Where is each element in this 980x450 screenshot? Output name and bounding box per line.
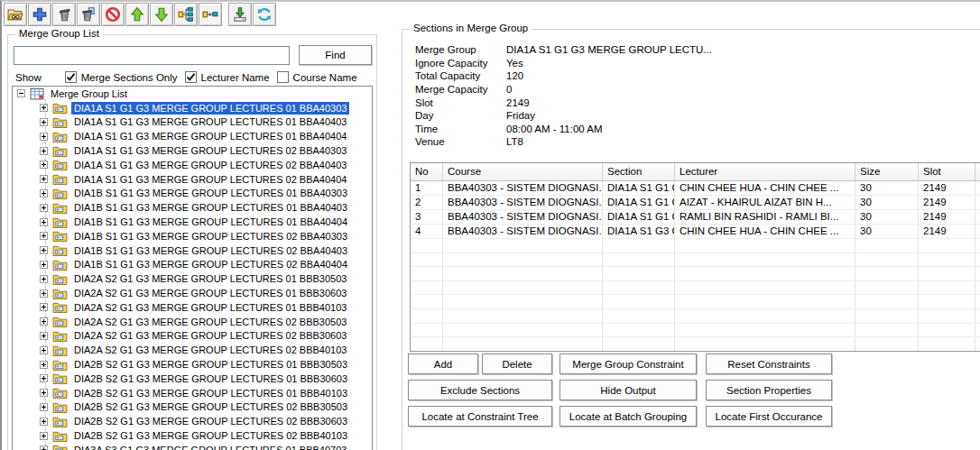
column-header-lecturer[interactable]: Lecturer	[675, 163, 855, 180]
cancel-button[interactable]	[101, 3, 125, 26]
property-row-merge-group: Merge GroupDIA1A S1 G1 G3 MERGE GROUP LE…	[415, 43, 712, 57]
move-up-button[interactable]	[125, 3, 149, 26]
expander-icon[interactable]	[40, 418, 48, 426]
expander-icon[interactable]	[40, 133, 48, 141]
find-button[interactable]: Find	[299, 45, 372, 65]
tree-item-label[interactable]: DIA2B S2 G1 G3 MERGE GROUP LECTURES 02 B…	[71, 429, 350, 442]
table-row[interactable]: 4BBA40303 - SISTEM DIOGNASI...DIA1A S1 G…	[411, 225, 980, 239]
expander-icon[interactable]	[40, 161, 48, 169]
column-header-section[interactable]: Section	[603, 163, 675, 180]
expander-icon[interactable]	[40, 432, 48, 440]
merge-sections-only-checkbox[interactable]	[65, 71, 77, 83]
merge-group-constraint-button[interactable]: Merge Group Constraint	[559, 354, 697, 374]
refresh-button[interactable]	[253, 3, 276, 26]
open-folder-button[interactable]	[4, 3, 27, 26]
delete-all-button[interactable]	[77, 3, 100, 26]
expander-icon[interactable]	[40, 317, 48, 326]
table-row[interactable]: 3BBA40303 - SISTEM DIOGNASI...DIA1A S1 G…	[411, 210, 980, 225]
expander-icon[interactable]	[40, 403, 48, 411]
expander-icon[interactable]	[40, 261, 48, 269]
cell-no	[411, 337, 443, 351]
tree-item-label[interactable]: DIA2A S2 G1 G3 MERGE GROUP LECTURES 01 B…	[71, 287, 349, 299]
expand-tree-button[interactable]	[174, 3, 198, 26]
expander-icon[interactable]	[40, 332, 48, 340]
tree-item-label[interactable]: DIA1A S1 G1 G3 MERGE GROUP LECTURES 01 B…	[71, 115, 349, 128]
merge-group-folder-icon	[52, 330, 68, 342]
course-name-checkbox[interactable]	[277, 71, 289, 83]
table-empty-row	[411, 239, 980, 253]
expander-icon[interactable]	[40, 445, 48, 450]
tree-item-label[interactable]: DIA1B S1 G1 G3 MERGE GROUP LECTURES 02 B…	[71, 244, 350, 257]
property-row-venue: VenueLT8	[415, 135, 712, 149]
column-header-no[interactable]: No	[411, 163, 443, 180]
hide-output-button[interactable]: Hide Output	[559, 380, 697, 400]
expander-icon[interactable]	[40, 275, 48, 283]
tree-item-label[interactable]: DIA1B S1 G1 G3 MERGE GROUP LECTURES 01 B…	[71, 187, 350, 199]
table-row[interactable]: 1BBA40303 - SISTEM DIOGNASI...DIA1A S1 G…	[411, 181, 980, 196]
delete-button[interactable]	[52, 3, 76, 26]
expander-icon[interactable]	[40, 204, 48, 212]
expander-icon[interactable]	[40, 189, 48, 197]
merge-group-tree[interactable]: Merge Group ListDIA1A S1 G1 G3 MERGE GRO…	[12, 86, 373, 450]
tree-item-label[interactable]: DIA1A S1 G1 G3 MERGE GROUP LECTURES 01 B…	[71, 102, 349, 115]
column-header-course[interactable]: Course	[443, 163, 603, 180]
tree-item-label[interactable]: DIA1A S1 G1 G3 MERGE GROUP LECTURES 02 B…	[71, 144, 349, 157]
lecturer-name-checkbox[interactable]	[185, 71, 197, 83]
tree-item-label[interactable]: DIA2B S2 G1 G3 MERGE GROUP LECTURES 01 B…	[71, 387, 350, 399]
table-row[interactable]: 2BBA40303 - SISTEM DIOGNASI...DIA1A S1 G…	[411, 196, 980, 210]
tree-item-label[interactable]: DIA2B S2 G1 G3 MERGE GROUP LECTURES 02 B…	[71, 400, 350, 413]
tree-item-label[interactable]: DIA2A S2 G1 G3 MERGE GROUP LECTURES 02 B…	[71, 316, 349, 328]
arrow-up-icon	[129, 6, 145, 23]
add-button[interactable]	[28, 3, 51, 26]
expander-icon[interactable]	[40, 147, 48, 155]
section-properties-button[interactable]: Section Properties	[706, 380, 832, 400]
locate-at-constraint-tree-button[interactable]: Locate at Constraint Tree	[408, 406, 552, 427]
tree-item-label[interactable]: DIA1B S1 G1 G3 MERGE GROUP LECTURES 01 B…	[71, 201, 350, 214]
search-input[interactable]	[14, 46, 290, 65]
expander-icon[interactable]	[40, 104, 48, 112]
tree-item-label[interactable]: DIA1B S1 G1 G3 MERGE GROUP LECTURES 01 B…	[71, 216, 350, 228]
property-label: Venue	[415, 136, 506, 147]
tree-item-label[interactable]: DIA2A S2 G1 G3 MERGE GROUP LECTURES 02 B…	[71, 329, 349, 342]
tree-item-label[interactable]: DIA2A S2 G1 G3 MERGE GROUP LECTURES 02 B…	[71, 344, 349, 356]
tree-item-label[interactable]: Merge Group List	[48, 87, 130, 100]
locate-first-occurance-button[interactable]: Locate First Occurance	[706, 406, 832, 427]
expander-icon[interactable]	[40, 246, 48, 254]
move-down-button[interactable]	[150, 3, 173, 26]
tree-item-label[interactable]: DIA1A S1 G1 G3 MERGE GROUP LECTURES 02 B…	[71, 159, 349, 171]
tree-item-label[interactable]: DIA2B S2 G1 G3 MERGE GROUP LECTURES 01 B…	[71, 358, 350, 371]
column-header-size[interactable]: Size	[855, 163, 919, 180]
expander-icon[interactable]	[40, 218, 48, 226]
add-button[interactable]: Add	[408, 354, 478, 374]
tree-item: DIA1B S1 G1 G3 MERGE GROUP LECTURES 01 B…	[13, 200, 372, 215]
tree-item-label[interactable]: DIA1B S1 G1 G3 MERGE GROUP LECTURES 02 B…	[71, 230, 350, 243]
expander-icon[interactable]	[40, 374, 48, 382]
tree-item-label[interactable]: DIA1A S1 G1 G3 MERGE GROUP LECTURES 02 B…	[71, 173, 349, 186]
expander-icon[interactable]	[40, 289, 48, 298]
column-header-slot[interactable]: Slot	[919, 163, 975, 180]
expander-icon[interactable]	[40, 346, 48, 354]
tree-item: DIA3A S3 G1 G3 MERGE GROUP LECTURES 01 B…	[13, 443, 372, 450]
exclude-sections-button[interactable]: Exclude Sections	[408, 380, 552, 400]
tree-item-label[interactable]: DIA2B S2 G1 G3 MERGE GROUP LECTURES 02 B…	[71, 415, 350, 427]
expander-icon[interactable]	[40, 389, 48, 397]
sections-table[interactable]: NoCourseSectionLecturerSizeSlot 1BBA4030…	[410, 162, 980, 352]
collapse-tree-button[interactable]	[199, 3, 222, 26]
tree-item-label[interactable]: DIA1A S1 G1 G3 MERGE GROUP LECTURES 01 B…	[71, 130, 349, 142]
tree-item-label[interactable]: DIA3A S3 G1 G3 MERGE GROUP LECTURES 01 B…	[71, 444, 349, 450]
expander-icon[interactable]	[40, 303, 48, 311]
cell-course	[443, 239, 603, 253]
expander-icon[interactable]	[40, 361, 48, 369]
expander-icon[interactable]	[40, 232, 48, 240]
expander-icon[interactable]	[17, 89, 25, 97]
delete-button[interactable]: Delete	[482, 354, 552, 374]
reset-constraints-button[interactable]: Reset Constraints	[706, 354, 832, 374]
tree-item-label[interactable]: DIA2A S2 G1 G3 MERGE GROUP LECTURES 01 B…	[71, 272, 349, 285]
expander-icon[interactable]	[40, 175, 48, 183]
tree-item-label[interactable]: DIA2A S2 G1 G3 MERGE GROUP LECTURES 01 B…	[71, 301, 349, 314]
export-button[interactable]	[228, 3, 252, 26]
expander-icon[interactable]	[40, 118, 48, 126]
tree-item-label[interactable]: DIA2B S2 G1 G3 MERGE GROUP LECTURES 01 B…	[71, 372, 350, 385]
tree-item-label[interactable]: DIA1B S1 G1 G3 MERGE GROUP LECTURES 02 B…	[71, 258, 350, 271]
locate-at-batch-grouping-button[interactable]: Locate at Batch Grouping	[559, 406, 697, 427]
